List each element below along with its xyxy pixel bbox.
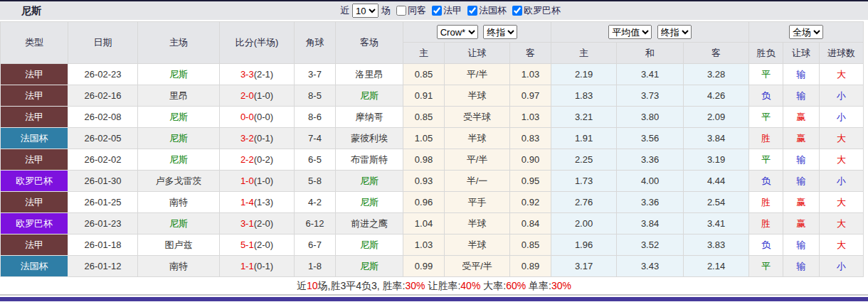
avg-away-cell: 4.44: [684, 171, 749, 192]
corner-cell: 8-6: [295, 107, 336, 128]
goals-result-cell: 小: [820, 107, 864, 128]
corner-cell: 6-5: [295, 149, 336, 171]
away-cell: 摩纳哥: [336, 107, 403, 128]
recent-label: 近: [340, 4, 349, 17]
league-filter-checkbox-1[interactable]: [467, 6, 477, 16]
col-header-result: 胜负: [749, 43, 783, 64]
score-half: (1-0): [254, 90, 273, 101]
odds-away-cell: 0.84: [510, 213, 551, 234]
league-filters: 法甲法国杯欧罗巴杯: [426, 4, 561, 17]
score-half: (2-1): [254, 69, 273, 80]
match-table: 类型 日期 主场 比分(半场) 角球 客场 Crow* 终指 平均值: [0, 21, 864, 277]
match-row: 法甲 26-01-18 图卢兹 5-1(2-0) 6-7 尼斯 1.03 半球 …: [1, 234, 864, 256]
odds-handicap-cell: 受平/半: [445, 256, 510, 277]
odds-home-cell: 0.99: [403, 256, 445, 277]
recent-count-select[interactable]: 10: [352, 4, 379, 18]
odds-home-cell: 0.98: [403, 149, 445, 171]
col-header-score: 比分(半场): [220, 22, 295, 64]
home-cell: 卢多戈雷茨: [138, 171, 220, 192]
league-filter-label-1: 法国杯: [479, 4, 507, 17]
result-cell: 平: [749, 64, 783, 85]
same-venue-checkbox[interactable]: [396, 6, 406, 16]
score-half: (0-1): [254, 261, 273, 271]
home-cell: 尼斯: [138, 64, 220, 85]
team-name: 尼斯: [21, 1, 41, 20]
league-cell: 法国杯: [1, 128, 68, 149]
league-filter-checkbox-2[interactable]: [512, 6, 522, 16]
odds-handicap-cell: 平/半: [445, 149, 510, 171]
score-half: (1-0): [254, 176, 273, 186]
league-cell: 法甲: [1, 234, 68, 256]
bookmaker-select[interactable]: Crow*: [437, 25, 478, 39]
odds-away-cell: 1.03: [510, 64, 551, 85]
odds-home-cell: 1.03: [403, 234, 445, 256]
corner-cell: 1-8: [295, 256, 336, 277]
summary-segment-7: 60%: [506, 280, 526, 291]
odds-handicap-cell: 半球: [445, 85, 510, 107]
average-stage-select[interactable]: 终指: [657, 25, 692, 39]
odds-home-cell: 0.96: [403, 192, 445, 213]
avg-away-cell: 3.84: [684, 128, 749, 149]
col-header-home: 主场: [138, 22, 220, 64]
odds-handicap-cell: 半球: [445, 128, 510, 149]
score-full: 1-1: [240, 261, 254, 271]
avg-home-cell: 1.83: [551, 85, 617, 107]
avg-home-cell: 1.91: [551, 128, 617, 149]
league-filter-1[interactable]: 法国杯: [463, 4, 507, 17]
col-header-handicap-result: 让球: [783, 43, 820, 64]
score-cell: 2-0(1-0): [220, 85, 295, 107]
avg-away-cell: 3.41: [684, 213, 749, 234]
score-full: 1-0: [240, 176, 254, 186]
divider-line: [0, 294, 868, 296]
avg-draw-cell: 3.73: [617, 85, 684, 107]
score-half: (1-3): [254, 197, 273, 207]
same-venue-label: 同客: [408, 4, 426, 17]
title-bar: 尼斯 近 10 场 同客 法甲法国杯欧罗巴杯: [0, 1, 868, 21]
avg-away-cell: 2.09: [684, 107, 749, 128]
score-cell: 3-1(2-0): [220, 213, 295, 234]
odds-home-cell: 0.85: [403, 64, 445, 85]
home-cell: 尼斯: [138, 107, 220, 128]
league-filter-checkbox-0[interactable]: [432, 6, 442, 16]
avg-home-cell: 3.21: [551, 107, 617, 128]
date-cell: 26-02-05: [68, 128, 138, 149]
matches-label: 场: [381, 4, 391, 17]
summary-line: 近10场,胜3平4负3, 胜率:30% 让胜率:40% 大率:60% 单率:30…: [0, 277, 868, 294]
col-header-away: 客场: [336, 22, 403, 64]
avg-away-cell: 2.14: [684, 256, 749, 277]
scope-select[interactable]: 全场: [789, 25, 823, 39]
handicap-result-cell: 输: [783, 149, 820, 171]
bookmaker-group-header: Crow* 终指: [403, 22, 551, 43]
odds-away-cell: 0.85: [510, 234, 551, 256]
date-cell: 26-01-18: [68, 234, 138, 256]
result-cell: 胜: [749, 128, 783, 149]
col-header-corner: 角球: [295, 22, 336, 64]
away-cell: 洛里昂: [336, 64, 403, 85]
league-filter-0[interactable]: 法甲: [428, 4, 462, 17]
league-filter-2[interactable]: 欧罗巴杯: [508, 4, 561, 17]
match-row: 法国杯 26-02-05 尼斯 3-2(0-1) 7-4 蒙彼利埃 1.05 半…: [1, 128, 864, 149]
average-select[interactable]: 平均值: [608, 25, 652, 39]
away-cell: 前进之鹰: [336, 213, 403, 234]
match-row: 欧罗巴杯 26-01-30 卢多戈雷茨 1-0(1-0) 5-8 尼斯 0.93…: [1, 171, 864, 192]
league-cell: 法国杯: [1, 256, 68, 277]
handicap-result-cell: 赢: [783, 128, 820, 149]
avg-draw-cell: 3.84: [617, 213, 684, 234]
avg-draw-cell: 3.36: [617, 192, 684, 213]
bookmaker-stage-select[interactable]: 终指: [483, 25, 517, 39]
match-row: 欧罗巴杯 26-01-23 尼斯 3-1(2-0) 6-12 前进之鹰 1.04…: [1, 213, 864, 234]
score-full: 2-2: [240, 154, 254, 165]
average-group-header: 平均值 终指: [551, 22, 749, 43]
score-full: 1-4: [240, 197, 254, 207]
handicap-result-cell: 赢: [783, 192, 820, 213]
odds-handicap-cell: 半球: [445, 213, 510, 234]
filter-controls: 近 10 场 同客 法甲法国杯欧罗巴杯: [340, 1, 561, 20]
league-filter-label-2: 欧罗巴杯: [524, 4, 561, 17]
avg-draw-cell: 3.56: [617, 128, 684, 149]
same-venue-toggle[interactable]: 同客: [392, 4, 426, 17]
score-half: (2-0): [254, 239, 273, 250]
avg-away-cell: 4.26: [684, 85, 749, 107]
result-cell: 负: [749, 85, 783, 107]
odds-away-cell: 1.03: [510, 107, 551, 128]
league-cell: 法甲: [1, 107, 68, 128]
